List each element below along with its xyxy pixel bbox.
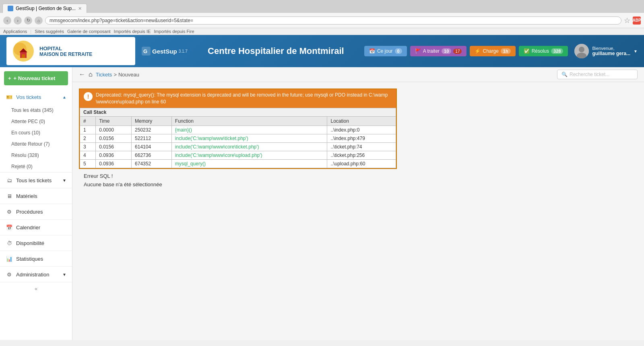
sidebar-sub-attente-retour[interactable]: Attente Retour (7)	[0, 138, 72, 150]
rejete-label: Rejeté (0)	[11, 164, 33, 169]
svg-rect-4	[22, 54, 25, 58]
bookmark-sites[interactable]: Sites suggérés	[35, 29, 64, 34]
cell-time: 0.0156	[96, 134, 132, 142]
btn-charge[interactable]: ⚡ Charge 1h	[470, 46, 515, 56]
search-box[interactable]: 🔍 Recherche ticket...	[557, 70, 638, 79]
btn-today[interactable]: 📅 Ce jour 0	[364, 46, 407, 56]
sidebar-sub-tous-etats[interactable]: Tous les états (345)	[0, 105, 72, 116]
content-topbar: ← ⌂ Tickets > Nouveau 🔍 Recherche ticket…	[72, 67, 644, 82]
home-nav-btn[interactable]: ⌂	[89, 71, 93, 78]
disponibilite-icon: ⏱	[6, 239, 13, 247]
back-btn[interactable]: ‹	[3, 16, 11, 25]
cell-memory: 522112	[132, 134, 172, 142]
sidebar-item-procedures[interactable]: ⚙ Procédures	[0, 204, 72, 219]
cell-memory: 674352	[132, 159, 172, 168]
all-tickets-icon: 🗂	[6, 177, 13, 184]
today-badge: 0	[395, 48, 402, 54]
user-menu[interactable]: Bienvenue, guillaume gera... ▼	[574, 44, 638, 58]
admin-arrow: ▼	[62, 272, 66, 277]
sidebar-sub-resolu[interactable]: Résolu (328)	[0, 150, 72, 161]
cell-function: {main}()	[171, 126, 327, 134]
administration-label: Administration	[16, 272, 49, 278]
bookmark-galerie[interactable]: Galerie de composant	[67, 29, 111, 34]
sidebar-item-materiels[interactable]: 🖥 Matériels	[0, 188, 72, 204]
sidebar-collapse-button[interactable]: «	[0, 282, 72, 295]
gestsup-icon: G	[142, 47, 151, 56]
reload-btn[interactable]: ↻	[24, 16, 32, 25]
cell-num: 5	[80, 159, 96, 168]
address-bar[interactable]: mmsgeocom/index.php?page=ticket&action=n…	[45, 16, 621, 25]
table-row: 4 0.0936 662736 include('C:\wamp\www\cor…	[80, 151, 396, 159]
call-stack-title: Call Stack	[80, 108, 396, 116]
back-nav-btn[interactable]: ←	[79, 71, 85, 78]
table-row: 1 0.0000 250232 {main}() ..\index.php:0	[80, 126, 396, 134]
bookmark-apps[interactable]: Applications	[3, 29, 27, 34]
breadcrumb-tickets-link[interactable]: Tickets	[96, 72, 112, 78]
charge-icon: ⚡	[475, 48, 481, 54]
disponibilite-section: ⏱ Disponibilité	[0, 235, 72, 251]
forward-btn[interactable]: ›	[14, 16, 22, 25]
admin-icon: ⚙	[6, 271, 13, 278]
en-cours-label: En cours (10)	[11, 130, 40, 136]
breadcrumb-current: Nouveau	[118, 72, 139, 78]
sidebar-sub-attente-pec[interactable]: Attente PEC (0)	[0, 116, 72, 127]
logo-svg	[11, 40, 35, 62]
ticket-icon: 🎫	[6, 93, 13, 101]
btn-treat[interactable]: 🚩 A traiter 10 17	[410, 46, 467, 56]
extension-icon[interactable]: ABP	[633, 16, 641, 25]
btn-resolved[interactable]: ✅ Résolus 328	[519, 46, 568, 56]
cell-time: 0.0936	[96, 151, 132, 159]
cell-memory: 250232	[132, 126, 172, 134]
app-version: 3.1.7	[179, 49, 188, 54]
bookmark-star[interactable]: ☆	[624, 16, 630, 25]
user-info: Bienvenue, guillaume gera...	[592, 46, 630, 56]
search-placeholder: Recherche ticket...	[570, 72, 609, 77]
app-header: HOPITAL MAISON DE RETRAITE G GestSup 3.1…	[0, 35, 644, 67]
hospital-name: Centre Hospitalier de Montmirail	[194, 46, 358, 56]
sidebar-item-vos-tickets[interactable]: 🎫 Vos tickets ▲	[0, 89, 72, 105]
breadcrumb: Tickets > Nouveau	[96, 72, 554, 78]
calendar-icon: 📅	[369, 48, 375, 54]
browser-tab[interactable]: GestSup | Gestion de Sup... ✕	[2, 4, 87, 13]
call-stack-table: # Time Memory Function Location 1 0.0000…	[80, 116, 396, 168]
new-ticket-button[interactable]: + + Nouveau ticket	[4, 71, 68, 85]
cell-time: 0.0156	[96, 142, 132, 151]
treat-badge2: 17	[453, 49, 462, 54]
logo-text: HOPITAL MAISON DE RETRAITE	[39, 45, 92, 57]
new-ticket-label: + Nouveau ticket	[14, 75, 56, 81]
sidebar-sub-en-cours[interactable]: En cours (10)	[0, 127, 72, 138]
cell-location: ..\index.php:479	[327, 134, 396, 142]
attente-retour-label: Attente Retour (7)	[11, 141, 50, 147]
sidebar-item-administration[interactable]: ⚙ Administration ▼	[0, 267, 72, 282]
table-row: 3 0.0156 614104 include('C:\wamp\www\cor…	[80, 142, 396, 151]
cell-time: 0.0000	[96, 126, 132, 134]
user-name: guillaume gera...	[592, 51, 630, 56]
user-dropdown-icon: ▼	[634, 49, 638, 54]
cell-location: ..\ticket.php:74	[327, 142, 396, 151]
error-icon: !	[84, 92, 93, 101]
charge-label: Charge	[483, 48, 498, 54]
sidebar-item-tous-tickets[interactable]: 🗂 Tous les tickets ▼	[0, 173, 72, 188]
collapse-icon: «	[35, 286, 37, 292]
cell-function: include('C:\wamp\www\core\ticket.php')	[171, 142, 327, 151]
bookmark-firefox[interactable]: Importés depuis Fire	[154, 29, 194, 34]
cell-num: 1	[80, 126, 96, 134]
sidebar-item-calendrier[interactable]: 📅 Calendrier	[0, 220, 72, 235]
header-nav: 📅 Ce jour 0 🚩 A traiter 10 17 ⚡ Charge 1…	[364, 46, 568, 56]
content-area: ← ⌂ Tickets > Nouveau 🔍 Recherche ticket…	[72, 67, 644, 340]
app-brand: G GestSup 3.1.7	[142, 47, 188, 56]
user-greeting: Bienvenue,	[592, 46, 630, 51]
sidebar-item-disponibilite[interactable]: ⏱ Disponibilité	[0, 235, 72, 251]
cell-function: include('C:\wamp\www\core\upload.php')	[171, 151, 327, 159]
attente-pec-label: Attente PEC (0)	[11, 119, 45, 124]
error-header: ! Deprecated: mysql_query(): The mysql e…	[80, 89, 396, 108]
disponibilite-label: Disponibilité	[16, 240, 44, 246]
bookmark-ie[interactable]: Importés depuis IE	[114, 29, 151, 34]
tab-close-btn[interactable]: ✕	[78, 6, 82, 11]
home-btn[interactable]: ⌂	[35, 16, 43, 25]
vos-tickets-label: Vos tickets	[16, 94, 41, 100]
sidebar-sub-rejete[interactable]: Rejeté (0)	[0, 161, 72, 172]
sidebar-item-statistiques[interactable]: 📊 Statistiques	[0, 251, 72, 266]
cell-memory: 662736	[132, 151, 172, 159]
procedures-label: Procédures	[16, 209, 43, 215]
